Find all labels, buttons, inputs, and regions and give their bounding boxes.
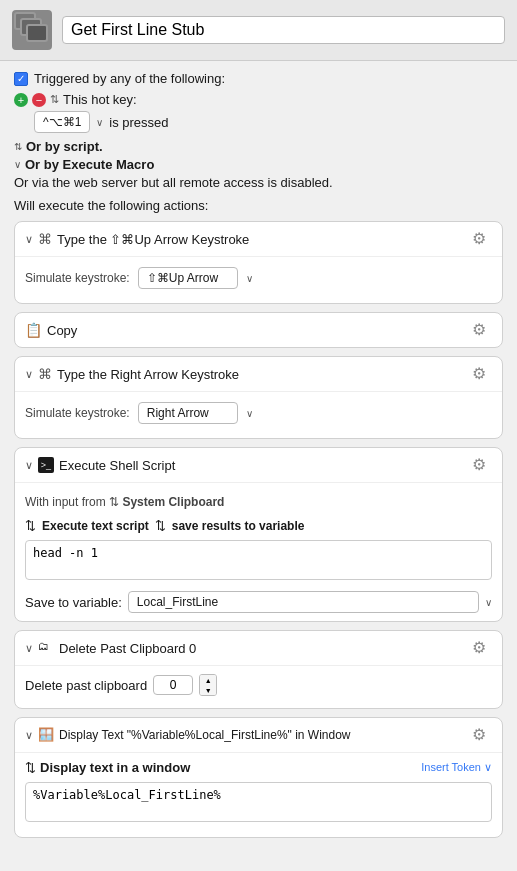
action5-expand-icon[interactable]: ∨	[25, 642, 33, 655]
hotkey-label: This hot key:	[63, 92, 137, 107]
action2-left: 📋 Copy	[25, 322, 77, 338]
action4-execute-text-label: Execute text script	[42, 519, 149, 533]
action6-left: ∨ 🪟 Display Text "%Variable%Local_FirstL…	[25, 727, 351, 743]
execute-arrow-icon: ∨	[14, 159, 21, 170]
action1-keystroke-dropdown[interactable]: ∨	[246, 273, 253, 284]
or-web-row: Or via the web server but all remote acc…	[14, 175, 503, 190]
action4-script-textarea[interactable]: head -n 1	[25, 540, 492, 580]
action1-gear-icon[interactable]: ⚙	[472, 229, 492, 249]
action1-cmd-icon: ⌘	[38, 231, 52, 247]
header	[0, 0, 517, 61]
or-rows: ⇅ Or by script. ∨ Or by Execute Macro Or…	[14, 139, 503, 190]
action4-expand-icon[interactable]: ∨	[25, 459, 33, 472]
action3-expand-icon[interactable]: ∨	[25, 368, 33, 381]
macro-title-input[interactable]	[62, 16, 505, 44]
updown-icon: ⇅	[50, 93, 59, 106]
action5-gear-icon[interactable]: ⚙	[472, 638, 492, 658]
triggered-checkbox[interactable]: ✓	[14, 72, 28, 86]
copy-icon: 📋	[25, 322, 42, 338]
action5-header: ∨ 🗂 Delete Past Clipboard 0 ⚙	[15, 631, 502, 665]
action1-keystroke-input[interactable]: ⇧⌘Up Arrow	[138, 267, 238, 289]
action2-title: Copy	[47, 323, 77, 338]
action4-left: ∨ >_ Execute Shell Script	[25, 457, 175, 473]
main-content: ✓ Triggered by any of the following: + −…	[0, 61, 517, 856]
or-script-label: Or by script.	[26, 139, 103, 154]
macro-icon	[12, 10, 52, 50]
shell-icon: >_	[38, 457, 54, 473]
hotkey-dropdown-arrow[interactable]: ∨	[96, 117, 103, 128]
remove-trigger-button[interactable]: −	[32, 93, 46, 107]
action4-save-to-label: Save to variable:	[25, 595, 122, 610]
action1-expand-icon[interactable]: ∨	[25, 233, 33, 246]
triggered-label: Triggered by any of the following:	[34, 71, 225, 86]
hotkey-value: ^⌥⌘1	[43, 115, 81, 129]
action-card-1: ∨ ⌘ Type the ⇧⌘Up Arrow Keystroke ⚙ Simu…	[14, 221, 503, 304]
action6-title: Display Text "%Variable%Local_FirstLine%…	[59, 728, 351, 742]
action5-delete-label: Delete past clipboard	[25, 678, 147, 693]
delete-clipboard-icon: 🗂	[38, 640, 54, 656]
action4-gear-icon[interactable]: ⚙	[472, 455, 492, 475]
action4-var-dropdown[interactable]: ∨	[485, 597, 492, 608]
action-card-4: ∨ >_ Execute Shell Script ⚙ With input f…	[14, 447, 503, 622]
action6-display-left: ⇅ Display text in a window	[25, 760, 190, 775]
will-execute-label: Will execute the following actions:	[14, 198, 503, 213]
action3-keystroke-dropdown[interactable]: ∨	[246, 408, 253, 419]
action2-gear-icon[interactable]: ⚙	[472, 320, 492, 340]
app-window: ✓ Triggered by any of the following: + −…	[0, 0, 517, 856]
trigger-section: ✓ Triggered by any of the following: + −…	[14, 71, 503, 190]
stepper-up-button[interactable]: ▲	[200, 675, 216, 685]
action3-body: Simulate keystroke: Right Arrow ∨	[15, 392, 502, 438]
or-script-row: ⇅ Or by script.	[14, 139, 503, 154]
updown-icon-5: ⇅	[25, 760, 36, 775]
action5-body: Delete past clipboard ▲ ▼	[15, 666, 502, 708]
action3-simulate-label: Simulate keystroke:	[25, 406, 130, 420]
action1-title: Type the ⇧⌘Up Arrow Keystroke	[57, 232, 249, 247]
action4-with-input-label: With input from	[25, 495, 106, 509]
action4-variable-value: Local_FirstLine	[137, 595, 218, 609]
is-pressed-label: is pressed	[109, 115, 168, 130]
action6-insert-token-button[interactable]: Insert Token ∨	[421, 761, 492, 774]
or-via-web-label: Or via the web server but all remote acc…	[14, 175, 333, 190]
action3-keystroke-value: Right Arrow	[147, 406, 209, 420]
action3-keystroke-input[interactable]: Right Arrow	[138, 402, 238, 424]
action5-delete-row: Delete past clipboard ▲ ▼	[25, 670, 492, 700]
action5-title: Delete Past Clipboard 0	[59, 641, 196, 656]
stepper-down-button[interactable]: ▼	[200, 685, 216, 695]
action3-cmd-icon: ⌘	[38, 366, 52, 382]
action6-header: ∨ 🪟 Display Text "%Variable%Local_FirstL…	[15, 718, 502, 752]
action4-variable-select[interactable]: Local_FirstLine	[128, 591, 479, 613]
action1-simulate-row: Simulate keystroke: ⇧⌘Up Arrow ∨	[25, 261, 492, 295]
or-execute-row: ∨ Or by Execute Macro	[14, 157, 503, 172]
action6-display-label: Display text in a window	[40, 760, 190, 775]
action2-header: 📋 Copy ⚙	[15, 313, 502, 347]
action5-delete-value-input[interactable]	[153, 675, 193, 695]
action3-gear-icon[interactable]: ⚙	[472, 364, 492, 384]
action4-execute-row: ⇅ Execute text script ⇅ save results to …	[25, 515, 492, 536]
add-trigger-button[interactable]: +	[14, 93, 28, 107]
action1-header: ∨ ⌘ Type the ⇧⌘Up Arrow Keystroke ⚙	[15, 222, 502, 256]
action6-expand-icon[interactable]: ∨	[25, 729, 33, 742]
script-arrow-icon: ⇅	[14, 141, 22, 152]
hotkey-row: + − ⇅ This hot key:	[14, 92, 503, 107]
action4-clipboard-label: System Clipboard	[122, 495, 224, 509]
updown-icon-4: ⇅	[155, 518, 166, 533]
action4-header: ∨ >_ Execute Shell Script ⚙	[15, 448, 502, 482]
hotkey-input-row: ^⌥⌘1 ∨ is pressed	[34, 111, 503, 133]
action1-keystroke-value: ⇧⌘Up Arrow	[147, 271, 218, 285]
action1-body: Simulate keystroke: ⇧⌘Up Arrow ∨	[15, 257, 502, 303]
action3-simulate-row: Simulate keystroke: Right Arrow ∨	[25, 396, 492, 430]
action5-left: ∨ 🗂 Delete Past Clipboard 0	[25, 640, 196, 656]
action-card-3: ∨ ⌘ Type the Right Arrow Keystroke ⚙ Sim…	[14, 356, 503, 439]
action4-save-results-label: save results to variable	[172, 519, 305, 533]
action6-display-textarea[interactable]: %Variable%Local_FirstLine%	[25, 782, 492, 822]
action6-gear-icon[interactable]: ⚙	[472, 725, 492, 745]
action4-with-input-row: With input from ⇅ System Clipboard	[25, 491, 492, 513]
action3-title: Type the Right Arrow Keystroke	[57, 367, 239, 382]
action3-header: ∨ ⌘ Type the Right Arrow Keystroke ⚙	[15, 357, 502, 391]
hotkey-input[interactable]: ^⌥⌘1	[34, 111, 90, 133]
action-card-5: ∨ 🗂 Delete Past Clipboard 0 ⚙ Delete pas…	[14, 630, 503, 709]
action4-title: Execute Shell Script	[59, 458, 175, 473]
action4-body: With input from ⇅ System Clipboard ⇅ Exe…	[15, 483, 502, 621]
updown-icon-2: ⇅	[109, 495, 122, 509]
action1-left: ∨ ⌘ Type the ⇧⌘Up Arrow Keystroke	[25, 231, 249, 247]
